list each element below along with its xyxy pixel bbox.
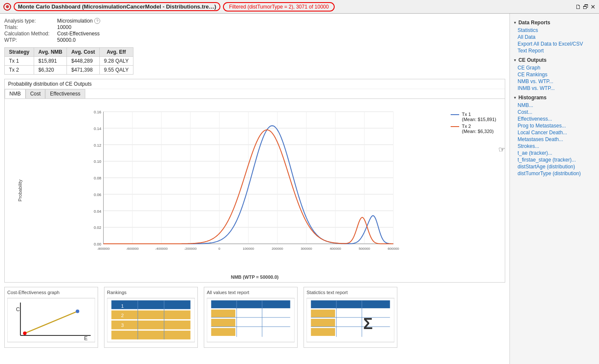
thumb-title-rankings: Rankings xyxy=(107,290,195,295)
svg-text:Σ: Σ xyxy=(363,315,373,332)
summary-table: Strategy Avg. NMB Avg. Cost Avg. Eff Tx … xyxy=(4,47,133,75)
histograms-header: ▼ Histograms xyxy=(513,95,596,101)
svg-point-49 xyxy=(76,309,79,313)
svg-rect-64 xyxy=(211,328,235,336)
chart-header: Probability distribution of CE Outputs xyxy=(5,79,505,89)
analysis-type-label: Analysis type: xyxy=(4,18,55,24)
rp-link-nmb---[interactable]: NMB... xyxy=(518,102,596,108)
window-icon-1[interactable]: 🗋 xyxy=(575,3,581,10)
rp-link-prog-to-metastases---[interactable]: Prog to Metastases... xyxy=(518,123,596,129)
rp-link-text-report[interactable]: Text Report xyxy=(518,48,596,54)
window-title: Monte Carlo Dashboard (MicrosimulationCa… xyxy=(14,2,220,11)
svg-text:0: 0 xyxy=(218,247,220,251)
chart-tab-cost[interactable]: Cost xyxy=(26,89,46,98)
meta-table: Analysis type: Microsimulation ? Trials:… xyxy=(4,18,505,43)
svg-text:0.14: 0.14 xyxy=(94,127,101,131)
main-layout: Analysis type: Microsimulation ? Trials:… xyxy=(0,14,599,364)
chart-legend: Tx 1 (Mean: $15,891) Tx 2 (Mean: $6,320) xyxy=(451,112,496,136)
window-controls[interactable]: 🗋 🗗 ✕ xyxy=(575,3,596,10)
collapse-icon[interactable]: ▼ xyxy=(513,21,517,25)
help-icon[interactable]: ? xyxy=(94,18,100,24)
svg-rect-71 xyxy=(311,309,335,318)
analysis-type-value: Microsimulation ? xyxy=(57,18,505,24)
svg-text:2: 2 xyxy=(121,313,124,318)
thumb-title-all-values: All values text report xyxy=(207,290,295,295)
ce-outputs-header: ▼ CE Outputs xyxy=(513,57,596,63)
window-icon-2[interactable]: 🗗 xyxy=(583,3,589,10)
svg-text:0.00: 0.00 xyxy=(94,242,101,246)
rp-link-inmb-vs--wtp---[interactable]: INMB vs. WTP... xyxy=(518,85,596,91)
calc-method-label: Calculation Method: xyxy=(4,31,55,37)
rp-link-ce-rankings[interactable]: CE Rankings xyxy=(518,72,596,78)
trials-value: 10000 xyxy=(57,24,505,30)
svg-text:0.10: 0.10 xyxy=(94,159,101,164)
rp-link-export-all-data-to-excel-csv[interactable]: Export All Data to Excel/CSV xyxy=(518,41,596,47)
chart-tab-nmb[interactable]: NMB xyxy=(5,89,26,98)
svg-text:E: E xyxy=(84,335,87,341)
chart-tab-effectiveness[interactable]: Effectiveness xyxy=(45,89,85,98)
thumbnail-all-values[interactable]: All values text report xyxy=(204,287,298,348)
svg-text:-200000: -200000 xyxy=(184,247,197,251)
rp-link-t-ae--tracker----[interactable]: t_ae (tracker)... xyxy=(518,150,596,156)
app-icon: ⊕ xyxy=(3,3,11,11)
data-reports-label: Data Reports xyxy=(518,20,550,26)
rp-link-nmb-vs--wtp---[interactable]: NMB vs. WTP... xyxy=(518,78,596,84)
thumb-svg-statistics-report: Σ xyxy=(307,297,394,344)
legend-tx2-label: Tx 2 xyxy=(462,124,494,129)
thumbnail-rankings[interactable]: Rankings 1 2 3 xyxy=(104,287,198,348)
rp-link-statistics[interactable]: Statistics xyxy=(518,27,596,33)
rp-link-cost---[interactable]: Cost... xyxy=(518,109,596,115)
svg-text:0.06: 0.06 xyxy=(94,193,101,197)
rp-link-all-data[interactable]: All Data xyxy=(518,34,596,40)
table-row: Tx 1$15,891$448,2899.28 QALY xyxy=(5,57,133,66)
x-axis-label: NMB (WTP = 50000.0) xyxy=(231,274,279,280)
chart-title: Probability distribution of CE Outputs xyxy=(8,81,92,87)
histograms-label: Histograms xyxy=(518,95,547,101)
thumbnails: Cost-Effectiveness graph C E Rankings 1 … xyxy=(4,287,505,348)
svg-text:100000: 100000 xyxy=(243,247,254,251)
rp-link-t-firstae-stage--tracker----[interactable]: t_firstae_stage (tracker)... xyxy=(518,157,596,163)
thumbnail-ce-graph[interactable]: Cost-Effectiveness graph C E xyxy=(4,287,98,348)
col-avg-eff: Avg. Eff xyxy=(99,48,133,57)
svg-rect-61 xyxy=(211,300,290,309)
col-avg-nmb: Avg. NMB xyxy=(34,48,67,57)
thumb-svg-ce-graph: C E xyxy=(7,297,95,344)
thumb-svg-rankings: 1 2 3 xyxy=(107,297,195,344)
rp-link-ce-graph[interactable]: CE Graph xyxy=(518,65,596,71)
svg-text:500000: 500000 xyxy=(359,247,370,251)
svg-text:0.08: 0.08 xyxy=(94,176,101,180)
title-left: ⊕ Monte Carlo Dashboard (Microsimulation… xyxy=(3,2,335,12)
rp-link-metastases-death---[interactable]: Metastases Death... xyxy=(518,136,596,142)
right-panel: ▼ Data Reports StatisticsAll DataExport … xyxy=(509,14,599,364)
svg-text:300000: 300000 xyxy=(301,247,312,251)
svg-text:3: 3 xyxy=(121,323,124,328)
legend-tx2-mean: (Mean: $6,320) xyxy=(462,129,494,134)
hist-collapse-icon[interactable]: ▼ xyxy=(513,96,517,100)
svg-rect-63 xyxy=(211,319,235,327)
svg-text:-800000: -800000 xyxy=(97,247,110,251)
ce-collapse-icon[interactable]: ▼ xyxy=(513,58,517,62)
rp-link-effectiveness---[interactable]: Effectiveness... xyxy=(518,116,596,122)
trials-label: Trials: xyxy=(4,24,55,30)
thumb-title-ce-graph: Cost-Effectiveness graph xyxy=(7,290,95,295)
rp-link-disttumortype--distribution-[interactable]: distTumorType (distribution) xyxy=(518,170,596,176)
ce-outputs-label: CE Outputs xyxy=(518,57,547,63)
thumbnail-statistics-report[interactable]: Statictics text report Σ xyxy=(304,287,397,348)
svg-text:0.02: 0.02 xyxy=(94,225,101,230)
table-row: Tx 2$6,320$471,3989.55 QALY xyxy=(5,66,133,75)
rp-link-local-cancer-death---[interactable]: Local Cancer Death... xyxy=(518,130,596,136)
legend-tx1-mean: (Mean: $15,891) xyxy=(462,117,496,122)
window-icon-3[interactable]: ✕ xyxy=(590,3,596,10)
rp-link-diststartage--distribution-[interactable]: distStartAge (distribution) xyxy=(518,164,596,170)
rp-link-strokes---[interactable]: Strokes... xyxy=(518,143,596,149)
legend-tx2-line xyxy=(451,126,459,127)
legend-tx1: Tx 1 (Mean: $15,891) xyxy=(451,112,496,122)
data-reports-header: ▼ Data Reports xyxy=(513,20,596,26)
filter-badge: Filtered (distTumorType = 2), 3071 of 10… xyxy=(223,2,335,12)
svg-rect-73 xyxy=(311,328,335,336)
svg-text:-400000: -400000 xyxy=(155,247,168,251)
svg-text:0.16: 0.16 xyxy=(94,110,101,114)
svg-text:0.04: 0.04 xyxy=(94,209,101,214)
svg-text:400000: 400000 xyxy=(330,247,341,251)
left-panel: Analysis type: Microsimulation ? Trials:… xyxy=(0,14,509,364)
